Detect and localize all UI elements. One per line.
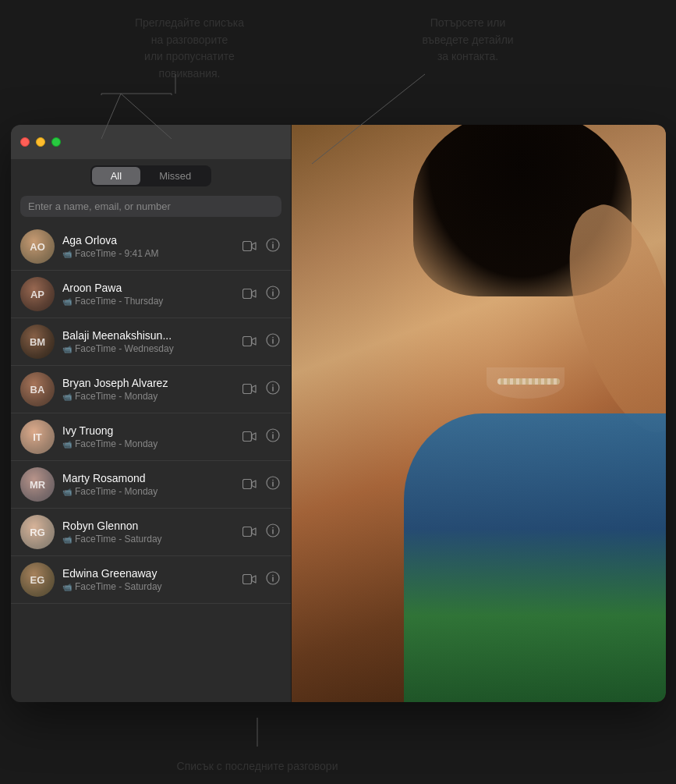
svg-point-19 (272, 336, 274, 338)
contact-name: Ivy Truong (62, 424, 233, 437)
avatar: BM (20, 325, 55, 359)
contact-sub: 📹 FaceTime - Thursday (62, 296, 233, 307)
app-window: All Missed AOAga Orlova📹 FaceTime - 9:41… (11, 125, 666, 702)
avatar: MR (20, 467, 55, 502)
svg-point-27 (272, 431, 274, 433)
contact-sub: 📹 FaceTime - Saturday (62, 534, 233, 545)
facetime-video-button[interactable] (241, 332, 258, 352)
video-camera-icon: 📹 (62, 297, 72, 306)
annotation-top-right: Потърсете или въведете детайли за контак… (390, 14, 546, 65)
contact-sub: 📹 FaceTime - 9:41 AM (62, 248, 233, 259)
annotation-top-left: Прегледайте списъка на разговорите или п… (115, 14, 264, 81)
avatar: RG (20, 515, 55, 549)
svg-rect-16 (243, 336, 252, 346)
info-button[interactable] (264, 522, 281, 543)
contact-sub: 📹 FaceTime - Monday (62, 486, 233, 497)
info-button[interactable] (264, 332, 281, 353)
avatar: EG (20, 562, 55, 597)
contact-sub: 📹 FaceTime - Wednesday (62, 343, 233, 354)
svg-rect-8 (243, 241, 252, 250)
contact-sub: 📹 FaceTime - Saturday (62, 581, 233, 592)
contact-name: Robyn Glennon (62, 520, 233, 532)
contact-name: Balaji Meenakshisun... (62, 329, 233, 342)
video-camera-icon: 📹 (62, 250, 72, 258)
svg-point-31 (272, 479, 274, 481)
search-input[interactable] (20, 196, 281, 217)
missed-tab[interactable]: Missed (140, 167, 210, 185)
segment-wrap: All Missed (90, 165, 212, 186)
avatar: IT (20, 420, 55, 454)
video-camera-icon: 📹 (62, 583, 72, 591)
facetime-video-button[interactable] (241, 475, 258, 495)
info-button[interactable] (264, 379, 281, 400)
info-button[interactable] (264, 474, 281, 495)
smile-shape (487, 367, 565, 399)
avatar: AP (20, 277, 55, 311)
contact-item[interactable]: ITIvy Truong📹 FaceTime - Monday (11, 413, 291, 461)
contact-sub: 📹 FaceTime - Monday (62, 438, 233, 449)
all-tab[interactable]: All (92, 167, 140, 185)
contact-list: AOAga Orlova📹 FaceTime - 9:41 AMAPAroon … (11, 223, 291, 702)
video-camera-icon: 📹 (62, 535, 72, 544)
maximize-button[interactable] (51, 137, 61, 147)
minimize-button[interactable] (36, 137, 45, 147)
info-button[interactable] (264, 427, 281, 448)
contact-sub: 📹 FaceTime - Monday (62, 391, 233, 402)
svg-rect-32 (243, 527, 252, 536)
contact-item[interactable]: RGRobyn Glennon📹 FaceTime - Saturday (11, 509, 291, 556)
svg-rect-12 (243, 289, 252, 298)
facetime-video-button[interactable] (241, 380, 258, 399)
svg-point-23 (272, 384, 274, 385)
video-camera-icon: 📹 (62, 345, 72, 353)
clothing-shape (404, 413, 666, 702)
info-button[interactable] (264, 236, 281, 257)
svg-rect-20 (243, 384, 252, 393)
facetime-video-button[interactable] (241, 523, 258, 542)
svg-point-11 (272, 241, 274, 243)
sidebar: All Missed AOAga Orlova📹 FaceTime - 9:41… (11, 125, 292, 702)
contact-item[interactable]: MRMarty Rosamond📹 FaceTime - Monday (11, 461, 291, 509)
avatar: AO (20, 229, 55, 264)
facetime-video-button[interactable] (241, 285, 258, 304)
contact-item[interactable]: APAroon Pawa📹 FaceTime - Thursday (11, 271, 291, 318)
facetime-video-button[interactable] (241, 237, 258, 257)
svg-point-39 (272, 574, 274, 576)
contact-name: Bryan Joseph Alvarez (62, 377, 233, 389)
annotation-bottom: Списък с последните разговори (156, 757, 359, 775)
svg-rect-36 (243, 574, 252, 584)
contact-name: Aga Orlova (62, 234, 233, 247)
main-content (292, 125, 666, 702)
close-button[interactable] (20, 137, 30, 147)
facetime-video-button[interactable] (241, 570, 258, 590)
segment-control: All Missed (11, 159, 291, 193)
video-camera-icon: 📹 (62, 392, 72, 401)
contact-item[interactable]: AOAga Orlova📹 FaceTime - 9:41 AM (11, 223, 291, 271)
contact-item[interactable]: BMBalaji Meenakshisun...📹 FaceTime - Wed… (11, 318, 291, 366)
info-button[interactable] (264, 284, 281, 305)
svg-rect-28 (243, 479, 252, 488)
contact-name: Marty Rosamond (62, 472, 233, 484)
contact-item[interactable]: EGEdwina Greenaway📹 FaceTime - Saturday (11, 556, 291, 604)
search-bar (11, 193, 291, 223)
titlebar (11, 125, 291, 159)
contact-item[interactable]: BABryan Joseph Alvarez📹 FaceTime - Monda… (11, 366, 291, 413)
svg-point-35 (272, 527, 274, 528)
facetime-video-button[interactable] (241, 427, 258, 447)
info-button[interactable] (264, 569, 281, 591)
video-camera-icon: 📹 (62, 488, 72, 496)
svg-rect-24 (243, 431, 252, 441)
svg-point-15 (272, 289, 274, 290)
video-camera-icon: 📹 (62, 440, 72, 449)
contact-name: Edwina Greenaway (62, 567, 233, 580)
avatar: BA (20, 372, 55, 406)
contact-name: Aroon Pawa (62, 282, 233, 294)
